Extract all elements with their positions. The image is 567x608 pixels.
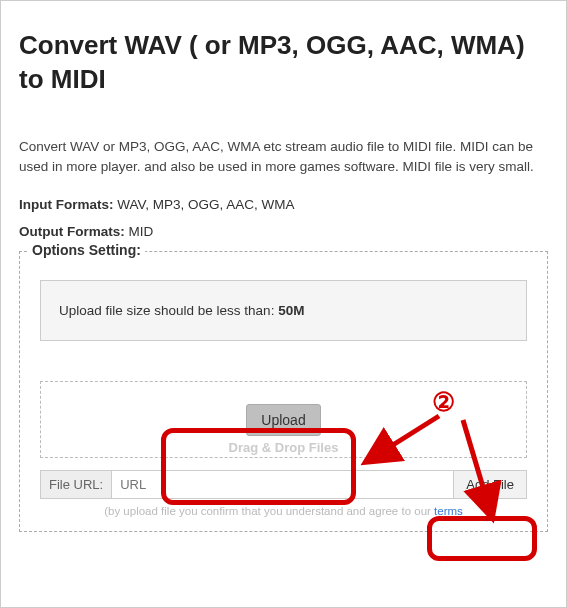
terms-link[interactable]: terms bbox=[434, 505, 463, 517]
upload-terms-prefix: (by upload file you confirm that you und… bbox=[104, 505, 434, 517]
upload-button[interactable]: Upload bbox=[246, 404, 320, 436]
upload-dropzone[interactable]: Upload Drag & Drop Files bbox=[40, 381, 527, 458]
size-note-value: 50M bbox=[278, 303, 304, 318]
output-formats-value: MID bbox=[129, 224, 154, 239]
add-file-button[interactable]: Add File bbox=[454, 470, 527, 499]
page-title: Convert WAV ( or MP3, OGG, AAC, WMA) to … bbox=[19, 29, 548, 97]
options-fieldset: Options Setting: Upload file size should… bbox=[19, 251, 548, 532]
file-size-note: Upload file size should be less than: 50… bbox=[40, 280, 527, 341]
file-url-input[interactable] bbox=[111, 470, 454, 499]
converter-page: Convert WAV ( or MP3, OGG, AAC, WMA) to … bbox=[0, 0, 567, 608]
input-formats-line: Input Formats: WAV, MP3, OGG, AAC, WMA bbox=[19, 197, 548, 212]
input-formats-value: WAV, MP3, OGG, AAC, WMA bbox=[117, 197, 294, 212]
input-formats-label: Input Formats: bbox=[19, 197, 114, 212]
file-url-row: File URL: Add File bbox=[40, 470, 527, 499]
drag-drop-label: Drag & Drop Files bbox=[41, 440, 526, 455]
file-url-label: File URL: bbox=[40, 470, 111, 499]
intro-text: Convert WAV or MP3, OGG, AAC, WMA etc st… bbox=[19, 137, 548, 178]
upload-terms-text: (by upload file you confirm that you und… bbox=[40, 505, 527, 517]
output-formats-line: Output Formats: MID bbox=[19, 224, 548, 239]
options-legend: Options Setting: bbox=[28, 242, 145, 258]
output-formats-label: Output Formats: bbox=[19, 224, 125, 239]
size-note-prefix: Upload file size should be less than: bbox=[59, 303, 278, 318]
